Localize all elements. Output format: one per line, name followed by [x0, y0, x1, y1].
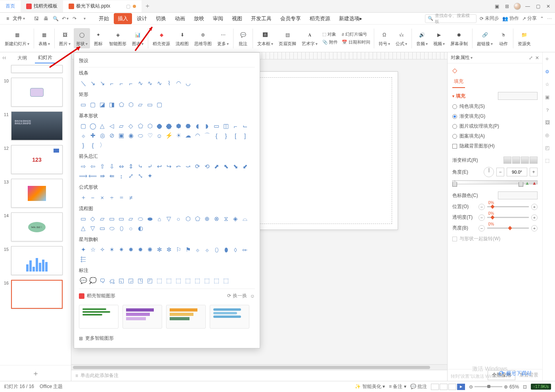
gradient-style-swatches[interactable] — [503, 157, 538, 164]
line-shape[interactable]: ＼ — [79, 79, 88, 88]
template-item[interactable] — [122, 305, 162, 329]
angle-input[interactable] — [507, 168, 527, 176]
view-normal[interactable] — [431, 384, 439, 390]
fill-gradient-radio[interactable]: 渐变填充(G) — [452, 113, 538, 120]
zoom-control[interactable]: ⊖⊕ 65% — [469, 384, 519, 390]
slide-thumb-10[interactable] — [11, 78, 63, 107]
file-menu[interactable]: 文件▾ — [3, 14, 28, 23]
print-preview-icon[interactable]: 🔍 — [52, 15, 59, 22]
side-help-icon[interactable]: ？ — [545, 107, 553, 115]
outline-tab[interactable]: 大纲 — [14, 53, 30, 63]
command-search[interactable]: 🔍 查找命令、搜索模板 — [425, 14, 477, 23]
view-reading[interactable] — [448, 384, 456, 390]
rotate-with-shape-checkbox[interactable]: 与形状一起旋转(W) — [452, 235, 538, 242]
side-star-icon[interactable]: ☆ — [545, 82, 553, 90]
formula-button[interactable]: √𝑥公式▾ — [393, 28, 410, 48]
ribbon-more-icon[interactable]: ⋯ — [547, 16, 552, 21]
side-ai-icon[interactable]: ✧ — [545, 56, 553, 64]
view-slideshow[interactable]: ▶ — [457, 384, 465, 390]
save-icon[interactable]: 🖫 — [33, 15, 40, 22]
side-cube-icon[interactable]: ◰ — [545, 145, 553, 153]
fit-button[interactable]: ⊡ — [523, 384, 527, 390]
window-close-button[interactable]: ✕ — [544, 2, 553, 11]
picture-button[interactable]: 🖼图片▾ — [57, 28, 73, 48]
video-button[interactable]: ▶视频▾ — [431, 28, 447, 48]
slide-thumb-14[interactable]: hello, 你好！ — [11, 212, 63, 241]
slide-thumb[interactable] — [11, 65, 63, 73]
feedback-icon[interactable]: ☺ — [250, 293, 255, 299]
shapes-button[interactable]: ◯形状▾ — [74, 28, 90, 48]
side-image-icon[interactable]: 🖼 — [545, 120, 553, 128]
slide-thumbnails[interactable]: 10 11新的开始 新的征程新的起点 新的梦想 12123 13 14hello… — [0, 63, 71, 365]
add-stop-icon[interactable]: ▲ — [525, 180, 530, 186]
tab-add-button[interactable]: ＋ — [142, 2, 153, 10]
slide-thumb-11[interactable]: 新的开始 新的征程新的起点 新的梦想 — [11, 111, 63, 140]
header-footer-button[interactable]: ▤页眉页脚 — [276, 28, 299, 48]
mindmap-button[interactable]: ⊕思维导图 — [192, 28, 214, 48]
panel-collapse-button[interactable]: ‹‹ — [2, 54, 10, 61]
beautify-button[interactable]: ✨ 智能美化 ▾ — [355, 383, 385, 390]
grid-icon[interactable]: ⊞ — [503, 2, 511, 11]
docer-resource-button[interactable]: ◆稻壳资源 — [150, 28, 172, 48]
fill-preset-combo[interactable] — [498, 92, 538, 100]
side-box-icon[interactable]: ⬚ — [545, 158, 553, 166]
tab-document[interactable]: 极光下载站.pptx ▢ — [63, 0, 142, 12]
ribbon-collapse-icon[interactable]: ⌃ — [540, 16, 544, 21]
more-button[interactable]: ⋯更多▾ — [215, 28, 231, 48]
notes-toggle[interactable]: ≡ 备注 ▾ — [389, 383, 406, 390]
slide-thumb-16[interactable] — [11, 280, 63, 309]
gradient-slider[interactable]: ▲ ▲ — [452, 180, 538, 188]
fill-tab[interactable]: 填充 — [452, 76, 465, 88]
tab-overflow-icon[interactable]: ▢ — [126, 4, 130, 9]
undo-icon[interactable]: ↶▾ — [61, 15, 69, 22]
more-smart-shapes[interactable]: ⊞ 更多智能图形 — [74, 332, 260, 345]
qat-overflow[interactable]: ▾ — [80, 15, 88, 22]
datetime-button[interactable]: 📅 日期和时间 — [342, 39, 370, 46]
slide-number-button[interactable]: # 幻灯片编号 — [342, 31, 370, 38]
hyperlink-button[interactable]: 🔗超链接▾ — [475, 28, 495, 48]
side-layers-icon[interactable]: ▣ — [545, 94, 553, 102]
print-icon[interactable]: 🖶 — [42, 15, 50, 22]
fill-solid-radio[interactable]: 纯色填充(S) — [452, 103, 538, 110]
menu-insert[interactable]: 插入 — [114, 13, 132, 24]
chart-button[interactable]: 📊图表▾ — [130, 28, 146, 48]
remove-stop-icon[interactable]: ▲ — [532, 180, 538, 186]
object-button[interactable]: ⬚ 对象 — [322, 31, 338, 38]
scrollbar-horizontal[interactable] — [71, 364, 447, 370]
transparency-slider[interactable]: 透明度(T) − 0% + — [452, 214, 538, 221]
window-minimize-button[interactable]: — — [523, 2, 532, 11]
symbol-button[interactable]: Ω符号▾ — [376, 28, 392, 48]
fill-section-header[interactable]: 填充 — [452, 92, 538, 100]
angle-dial[interactable] — [484, 167, 494, 177]
slide-thumb-12[interactable]: 123 — [11, 145, 63, 174]
template-item[interactable] — [210, 305, 249, 329]
slides-tab[interactable]: 幻灯片 — [35, 53, 56, 63]
avatar[interactable] — [513, 2, 522, 11]
comments-toggle[interactable]: 💬 批注 — [410, 383, 427, 390]
resource-folder-button[interactable]: 📁资源夹 — [515, 28, 533, 48]
hide-bg-checkbox[interactable]: 隐藏背景图形(H) — [452, 143, 538, 149]
slide-thumb-15[interactable] — [11, 246, 63, 275]
menu-design[interactable]: 设计 — [133, 13, 151, 24]
view-sorter[interactable] — [440, 384, 448, 390]
reset-bg-button[interactable]: 重置背景 — [519, 372, 538, 379]
icons-button[interactable]: ✦图标 — [91, 28, 106, 48]
menu-transition[interactable]: 切换 — [152, 13, 170, 24]
fill-picture-radio[interactable]: 图片或纹理填充(P) — [452, 123, 538, 130]
template-item[interactable] — [79, 305, 119, 329]
menu-review[interactable]: 审阅 — [209, 13, 227, 24]
side-location-icon[interactable]: ◎ — [545, 132, 553, 140]
menu-vip[interactable]: 会员专享 — [276, 13, 305, 24]
refresh-button[interactable]: ⟳ 换一换 — [227, 293, 247, 299]
fill-pattern-radio[interactable]: 图案填充(A) — [452, 133, 538, 140]
flowchart-button[interactable]: ⬇流程图 — [173, 28, 191, 48]
comment-button[interactable]: 💬批注 — [235, 28, 251, 48]
collab-button[interactable]: 👥 协作 — [502, 15, 519, 22]
tab-home[interactable]: 首页 — [0, 0, 21, 12]
template-item[interactable] — [166, 305, 206, 329]
menu-docer[interactable]: 稻壳资源 — [306, 13, 334, 24]
action-button[interactable]: 🖱动作 — [496, 28, 511, 48]
brightness-slider[interactable]: 亮度(B) − 0% + — [452, 225, 538, 231]
stop-color-combo[interactable] — [498, 191, 538, 199]
angle-plus[interactable]: + — [530, 168, 538, 176]
